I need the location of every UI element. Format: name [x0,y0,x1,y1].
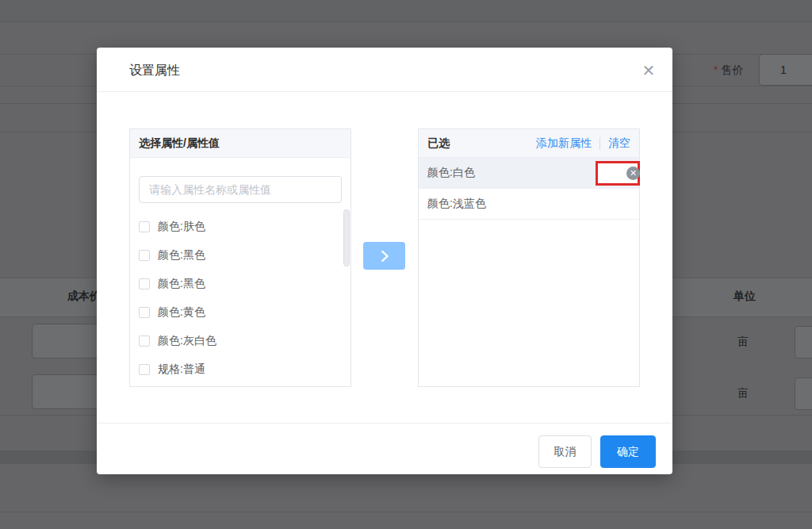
checkbox-icon[interactable] [139,335,150,347]
attribute-option[interactable]: 颜色:黄色 [130,298,350,327]
selected-panel-title: 已选 [427,136,450,151]
option-label: 颜色:黑色 [158,277,205,291]
selected-item-row: 颜色:浅蓝色 [419,189,639,220]
selected-item-label: 颜色:白色 [427,166,475,180]
divider [97,423,672,424]
attribute-search [139,176,342,203]
transfer-right-button[interactable] [363,242,405,270]
add-new-attribute-link[interactable]: 添加新属性 [536,136,592,151]
option-label: 规格:普通 [158,362,205,377]
option-label: 颜色:黑色 [158,248,205,263]
attribute-option[interactable]: 颜色:黑色 [130,270,350,298]
checkbox-icon[interactable] [139,278,150,289]
attribute-option[interactable]: 颜色:灰白色 [130,327,350,355]
checkbox-icon[interactable] [139,364,150,375]
option-label: 颜色:灰白色 [158,334,216,348]
selected-item-row: 颜色:白色 ✕ [419,158,639,189]
source-panel-header: 选择属性/属性值 [130,129,350,158]
selected-panel-header: 已选 添加新属性 清空 [419,129,639,158]
option-label: 颜色:肤色 [158,220,205,234]
cancel-button[interactable]: 取消 [538,435,592,468]
checkbox-icon[interactable] [139,307,150,318]
option-label: 颜色:黄色 [158,305,205,320]
clear-all-link[interactable]: 清空 [608,136,630,151]
confirm-button[interactable]: 确定 [600,435,656,468]
chevron-right-icon [376,247,393,265]
attribute-option[interactable]: 规格:普通 [130,355,350,384]
set-attributes-dialog: 设置属性 ✕ 选择属性/属性值 颜色:肤色 颜色:黑色 颜色:黑色 [97,48,672,474]
attribute-option[interactable]: 颜色:肤色 [130,213,350,241]
scrollbar-thumb[interactable] [343,209,350,266]
checkbox-icon[interactable] [139,221,150,232]
selected-attributes-panel: 已选 添加新属性 清空 颜色:白色 ✕ 颜色:浅蓝色 [418,128,640,387]
link-divider [599,137,600,150]
red-highlight-annotation: ✕ [596,161,640,186]
checkbox-icon[interactable] [139,250,150,261]
attribute-option-list: 颜色:肤色 颜色:黑色 颜色:黑色 颜色:黄色 颜色:灰白色 规格:普通 [130,213,350,384]
remove-item-icon[interactable]: ✕ [626,167,640,180]
divider [97,91,672,92]
attribute-search-input[interactable] [139,176,342,203]
attribute-option[interactable]: 颜色:黑色 [130,241,350,270]
close-icon[interactable]: ✕ [639,61,658,80]
selected-item-label: 颜色:浅蓝色 [427,197,486,211]
attribute-source-panel: 选择属性/属性值 颜色:肤色 颜色:黑色 颜色:黑色 颜色:黄色 [129,128,351,387]
dialog-title: 设置属性 [129,63,180,79]
source-panel-title: 选择属性/属性值 [139,136,220,151]
